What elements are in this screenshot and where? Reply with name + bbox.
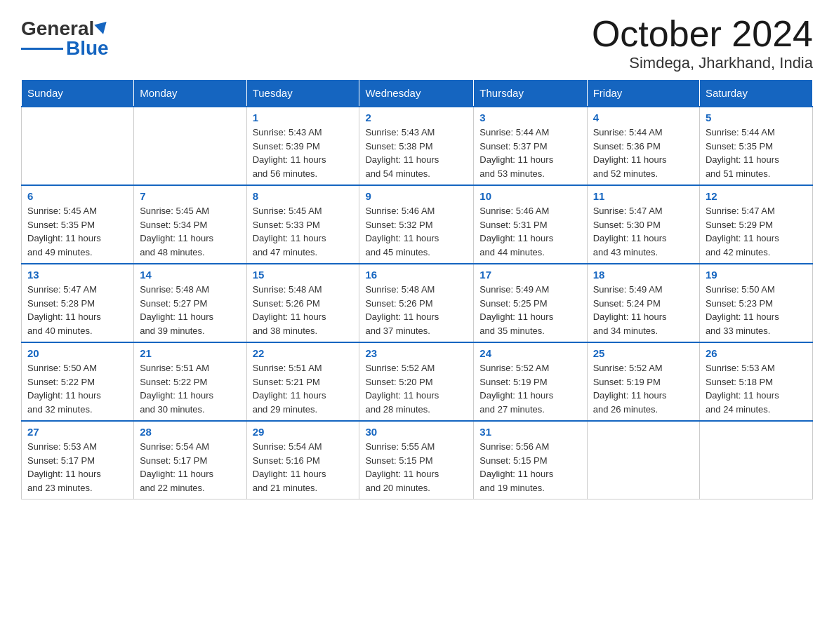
page-header: General Blue October 2024 Simdega, Jhark…	[21, 14, 813, 72]
day-number: 15	[253, 269, 354, 281]
weekday-header-saturday: Saturday	[699, 80, 812, 107]
day-number: 6	[27, 190, 128, 202]
day-number: 19	[706, 269, 807, 281]
calendar-cell	[587, 421, 699, 499]
day-info: Sunrise: 5:47 AMSunset: 5:28 PMDaylight:…	[27, 283, 128, 337]
day-info: Sunrise: 5:48 AMSunset: 5:26 PMDaylight:…	[253, 283, 354, 337]
day-info: Sunrise: 5:43 AMSunset: 5:39 PMDaylight:…	[253, 126, 354, 180]
day-info: Sunrise: 5:48 AMSunset: 5:27 PMDaylight:…	[140, 283, 240, 337]
calendar-cell: 19Sunrise: 5:50 AMSunset: 5:23 PMDayligh…	[699, 264, 812, 342]
day-info: Sunrise: 5:53 AMSunset: 5:18 PMDaylight:…	[706, 361, 807, 416]
calendar-cell: 24Sunrise: 5:52 AMSunset: 5:19 PMDayligh…	[474, 342, 587, 421]
logo-triangle-icon	[95, 22, 110, 36]
weekday-header-thursday: Thursday	[474, 80, 587, 107]
logo-blue: Blue	[66, 37, 109, 60]
day-number: 21	[140, 347, 240, 359]
calendar-cell: 23Sunrise: 5:52 AMSunset: 5:20 PMDayligh…	[359, 342, 474, 421]
day-info: Sunrise: 5:45 AMSunset: 5:33 PMDaylight:…	[253, 204, 354, 259]
day-info: Sunrise: 5:47 AMSunset: 5:29 PMDaylight:…	[706, 204, 807, 259]
day-info: Sunrise: 5:50 AMSunset: 5:22 PMDaylight:…	[27, 361, 128, 416]
calendar-cell: 3Sunrise: 5:44 AMSunset: 5:37 PMDaylight…	[474, 107, 587, 185]
day-info: Sunrise: 5:53 AMSunset: 5:17 PMDaylight:…	[27, 440, 128, 495]
day-info: Sunrise: 5:44 AMSunset: 5:36 PMDaylight:…	[593, 126, 694, 180]
day-info: Sunrise: 5:49 AMSunset: 5:25 PMDaylight:…	[479, 283, 581, 337]
calendar-cell: 21Sunrise: 5:51 AMSunset: 5:22 PMDayligh…	[134, 342, 246, 421]
day-number: 28	[140, 426, 240, 438]
calendar-header-row: SundayMondayTuesdayWednesdayThursdayFrid…	[22, 80, 813, 107]
day-number: 20	[27, 347, 128, 359]
day-number: 10	[479, 190, 581, 202]
calendar-cell	[22, 107, 134, 185]
day-number: 9	[365, 190, 468, 202]
day-info: Sunrise: 5:44 AMSunset: 5:35 PMDaylight:…	[706, 126, 807, 180]
title-block: October 2024 Simdega, Jharkhand, India	[592, 14, 813, 72]
day-info: Sunrise: 5:48 AMSunset: 5:26 PMDaylight:…	[365, 283, 468, 337]
week-row-3: 13Sunrise: 5:47 AMSunset: 5:28 PMDayligh…	[22, 264, 813, 342]
calendar-cell: 14Sunrise: 5:48 AMSunset: 5:27 PMDayligh…	[134, 264, 246, 342]
day-number: 18	[593, 269, 694, 281]
day-number: 8	[253, 190, 354, 202]
day-info: Sunrise: 5:52 AMSunset: 5:19 PMDaylight:…	[479, 361, 581, 416]
day-number: 31	[479, 426, 581, 438]
day-info: Sunrise: 5:46 AMSunset: 5:32 PMDaylight:…	[365, 204, 468, 259]
calendar-cell: 28Sunrise: 5:54 AMSunset: 5:17 PMDayligh…	[134, 421, 246, 499]
day-number: 22	[253, 347, 354, 359]
day-number: 3	[479, 112, 581, 123]
calendar-cell: 12Sunrise: 5:47 AMSunset: 5:29 PMDayligh…	[699, 185, 812, 264]
week-row-4: 20Sunrise: 5:50 AMSunset: 5:22 PMDayligh…	[22, 342, 813, 421]
day-number: 11	[593, 190, 694, 202]
calendar-cell: 31Sunrise: 5:56 AMSunset: 5:15 PMDayligh…	[474, 421, 587, 499]
day-info: Sunrise: 5:55 AMSunset: 5:15 PMDaylight:…	[365, 440, 468, 495]
day-number: 13	[27, 269, 128, 281]
day-info: Sunrise: 5:54 AMSunset: 5:16 PMDaylight:…	[253, 440, 354, 495]
day-number: 1	[253, 112, 354, 123]
day-info: Sunrise: 5:54 AMSunset: 5:17 PMDaylight:…	[140, 440, 240, 495]
calendar-cell: 30Sunrise: 5:55 AMSunset: 5:15 PMDayligh…	[359, 421, 474, 499]
month-title: October 2024	[592, 14, 813, 54]
day-number: 24	[479, 347, 581, 359]
calendar-cell: 8Sunrise: 5:45 AMSunset: 5:33 PMDaylight…	[246, 185, 359, 264]
day-info: Sunrise: 5:43 AMSunset: 5:38 PMDaylight:…	[365, 126, 468, 180]
calendar-cell: 20Sunrise: 5:50 AMSunset: 5:22 PMDayligh…	[22, 342, 134, 421]
weekday-header-tuesday: Tuesday	[246, 80, 359, 107]
calendar-cell: 18Sunrise: 5:49 AMSunset: 5:24 PMDayligh…	[587, 264, 699, 342]
day-info: Sunrise: 5:50 AMSunset: 5:23 PMDaylight:…	[706, 283, 807, 337]
day-info: Sunrise: 5:45 AMSunset: 5:34 PMDaylight:…	[140, 204, 240, 259]
calendar-cell	[134, 107, 246, 185]
day-number: 25	[593, 347, 694, 359]
logo: General Blue	[21, 14, 110, 60]
day-number: 27	[27, 426, 128, 438]
calendar-cell: 7Sunrise: 5:45 AMSunset: 5:34 PMDaylight…	[134, 185, 246, 264]
day-number: 4	[593, 112, 694, 123]
calendar-cell: 10Sunrise: 5:46 AMSunset: 5:31 PMDayligh…	[474, 185, 587, 264]
day-info: Sunrise: 5:51 AMSunset: 5:21 PMDaylight:…	[253, 361, 354, 416]
day-info: Sunrise: 5:49 AMSunset: 5:24 PMDaylight:…	[593, 283, 694, 337]
calendar-cell: 13Sunrise: 5:47 AMSunset: 5:28 PMDayligh…	[22, 264, 134, 342]
day-info: Sunrise: 5:56 AMSunset: 5:15 PMDaylight:…	[479, 440, 581, 495]
calendar-cell: 22Sunrise: 5:51 AMSunset: 5:21 PMDayligh…	[246, 342, 359, 421]
day-number: 5	[706, 112, 807, 123]
week-row-1: 1Sunrise: 5:43 AMSunset: 5:39 PMDaylight…	[22, 107, 813, 185]
calendar-cell	[699, 421, 812, 499]
weekday-header-wednesday: Wednesday	[359, 80, 474, 107]
day-number: 29	[253, 426, 354, 438]
location-title: Simdega, Jharkhand, India	[592, 54, 813, 72]
week-row-5: 27Sunrise: 5:53 AMSunset: 5:17 PMDayligh…	[22, 421, 813, 499]
calendar-cell: 1Sunrise: 5:43 AMSunset: 5:39 PMDaylight…	[246, 107, 359, 185]
day-number: 16	[365, 269, 468, 281]
weekday-header-sunday: Sunday	[22, 80, 134, 107]
day-info: Sunrise: 5:44 AMSunset: 5:37 PMDaylight:…	[479, 126, 581, 180]
day-number: 12	[706, 190, 807, 202]
day-number: 30	[365, 426, 468, 438]
day-number: 2	[365, 112, 468, 123]
day-info: Sunrise: 5:46 AMSunset: 5:31 PMDaylight:…	[479, 204, 581, 259]
calendar-cell: 27Sunrise: 5:53 AMSunset: 5:17 PMDayligh…	[22, 421, 134, 499]
calendar-cell: 17Sunrise: 5:49 AMSunset: 5:25 PMDayligh…	[474, 264, 587, 342]
calendar-cell: 2Sunrise: 5:43 AMSunset: 5:38 PMDaylight…	[359, 107, 474, 185]
day-number: 7	[140, 190, 240, 202]
week-row-2: 6Sunrise: 5:45 AMSunset: 5:35 PMDaylight…	[22, 185, 813, 264]
day-info: Sunrise: 5:52 AMSunset: 5:20 PMDaylight:…	[365, 361, 468, 416]
calendar-cell: 9Sunrise: 5:46 AMSunset: 5:32 PMDaylight…	[359, 185, 474, 264]
calendar-cell: 4Sunrise: 5:44 AMSunset: 5:36 PMDaylight…	[587, 107, 699, 185]
day-info: Sunrise: 5:47 AMSunset: 5:30 PMDaylight:…	[593, 204, 694, 259]
